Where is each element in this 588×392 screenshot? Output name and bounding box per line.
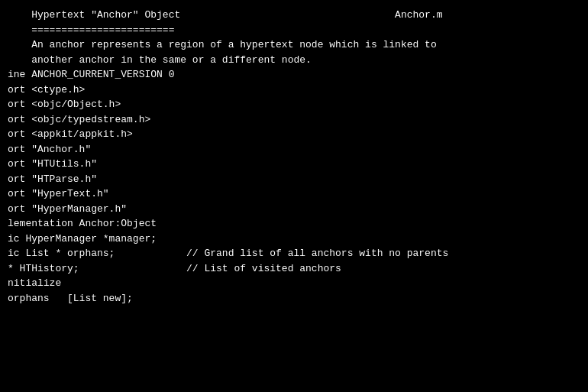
code-line-l18: ic List * orphans; // Grand list of all … <box>0 246 588 261</box>
code-line-l3: An anchor represents a region of a hyper… <box>0 37 588 53</box>
code-line-l12: ort "HTUtils.h" <box>0 157 588 172</box>
code-line-l4: another anchor in the same or a differen… <box>0 53 588 68</box>
code-line-l22: orphans [List new]; <box>0 291 588 306</box>
code-line-l15: ort "HyperManager.h" <box>0 202 588 217</box>
code-line-l11: ort "Anchor.h" <box>0 142 588 157</box>
code-line-l0: Hypertext "Anchor" Object Anchor.m <box>0 8 588 23</box>
code-line-l9: ort <objc/typedstream.h> <box>0 112 588 128</box>
code-line-l16: lementation Anchor:Object <box>0 216 588 232</box>
code-viewer: Hypertext "Anchor" Object Anchor.m =====… <box>0 0 588 392</box>
code-line-l19: * HTHistory; // List of visited anchors <box>0 261 588 277</box>
code-line-l8: ort <objc/Object.h> <box>0 97 588 112</box>
code-line-l7: ort <ctype.h> <box>0 83 588 98</box>
code-line-l13: ort "HTParse.h" <box>0 172 588 187</box>
code-line-l1: ======================== <box>0 23 588 38</box>
code-line-l14: ort "HyperText.h" <box>0 186 588 202</box>
code-line-l6: ine ANCHOR_CURRENT_VERSION 0 <box>0 67 588 83</box>
code-line-l20: nitialize <box>0 276 588 291</box>
code-line-l17: ic HyperManager *manager; <box>0 232 588 247</box>
code-line-l10: ort <appkit/appkit.h> <box>0 127 588 142</box>
